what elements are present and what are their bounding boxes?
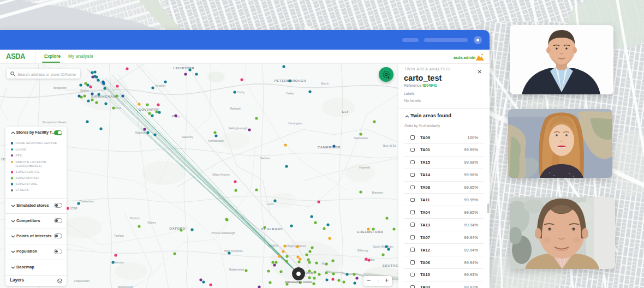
svg-text:March: March xyxy=(321,82,329,85)
svg-text:Marlborough: Marlborough xyxy=(118,285,133,288)
svg-text:Billericay: Billericay xyxy=(357,249,369,252)
svg-text:Maidenhead: Maidenhead xyxy=(229,268,244,271)
svg-text:ELY: ELY xyxy=(342,110,349,113)
svg-text:South Woodham: South Woodham xyxy=(373,245,393,248)
svg-text:Fairford: Fairford xyxy=(114,234,123,237)
svg-text:Luton: Luton xyxy=(267,202,274,206)
svg-text:Milton Keynes: Milton Keynes xyxy=(212,173,230,176)
svg-text:Yaxley: Yaxley xyxy=(286,92,294,95)
svg-text:Cheltenham: Cheltenham xyxy=(80,200,94,203)
svg-text:Stourport-on-Severn: Stourport-on-Severn xyxy=(42,121,67,124)
svg-text:Corby: Corby xyxy=(237,91,245,94)
svg-text:Princes Risborough: Princes Risborough xyxy=(211,231,235,235)
svg-text:STER: STER xyxy=(70,207,77,210)
svg-text:ASDA Elephant Junction: ASDA Elephant Junction xyxy=(285,281,312,284)
svg-text:Braintree: Braintree xyxy=(372,191,384,194)
svg-text:Dudley: Dudley xyxy=(80,89,89,92)
svg-text:Chippenham: Chippenham xyxy=(74,279,90,283)
svg-text:LEICESTER: LEICESTER xyxy=(173,67,194,70)
svg-text:CHELMSFORD: CHELMSFORD xyxy=(357,230,383,233)
svg-text:SOUTHEND: SOUTHEND xyxy=(383,264,398,267)
svg-text:High Wycombe: High Wycombe xyxy=(224,249,243,253)
svg-text:Bedford: Bedford xyxy=(260,157,270,160)
svg-text:Huntingdon: Huntingdon xyxy=(288,122,302,125)
svg-text:Daventry: Daventry xyxy=(182,135,194,139)
svg-text:Haverhill: Haverhill xyxy=(359,166,369,169)
svg-text:Burford: Burford xyxy=(130,217,140,220)
svg-text:OXFORD: OXFORD xyxy=(169,227,185,230)
svg-text:Rothwell: Rothwell xyxy=(230,107,240,110)
svg-text:Witney: Witney xyxy=(147,221,156,224)
svg-text:Chipping Barnet: Chipping Barnet xyxy=(286,244,306,248)
svg-text:CAMBRIDGE: CAMBRIDGE xyxy=(318,146,341,149)
svg-text:BIRMINGHAM: BIRMINGHAM xyxy=(91,95,116,98)
svg-text:Hinckley: Hinckley xyxy=(156,84,166,87)
svg-text:Newmarket: Newmarket xyxy=(354,136,368,140)
svg-text:Northampton: Northampton xyxy=(208,139,224,142)
svg-text:Bridgnorth: Bridgnorth xyxy=(53,86,66,89)
svg-text:Swindon: Swindon xyxy=(114,261,124,264)
svg-text:Wellingborough: Wellingborough xyxy=(229,127,248,130)
svg-text:Bury St Ed: Bury St Ed xyxy=(383,144,396,147)
